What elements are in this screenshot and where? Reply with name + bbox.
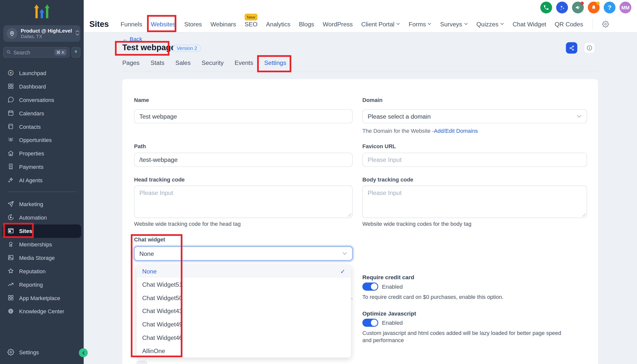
sidebar-item-marketing[interactable]: Marketing [0, 198, 84, 211]
notifications-button[interactable] [588, 2, 599, 14]
sidebar-item-memberships[interactable]: Memberships [0, 238, 84, 251]
require-credit-card-label: Require credit card [362, 274, 414, 280]
sidebar-item-settings[interactable]: Settings [0, 346, 84, 359]
sidebar-item-reputation[interactable]: Reputation [0, 264, 84, 278]
tab-pages[interactable]: Pages [122, 59, 139, 66]
nav-item-client-portal[interactable]: Client Portal [361, 20, 400, 27]
chat-widget-label: Chat widget [134, 237, 165, 243]
dropdown-option[interactable]: AllinOne [137, 344, 351, 358]
phone-button[interactable] [540, 2, 552, 14]
info-button[interactable] [584, 42, 595, 54]
dropdown-option-none[interactable]: None ✓ [137, 265, 351, 278]
name-input[interactable] [134, 109, 353, 123]
path-input[interactable] [134, 153, 353, 167]
nav-item-wordpress[interactable]: WordPress [323, 20, 353, 27]
app-root: Product @ HighLevel Dallas, TX Search ⌘ … [0, 0, 637, 364]
sidebar-item-automation[interactable]: Automation [0, 211, 84, 224]
favicon-url-label: Favicon URL [362, 143, 396, 149]
notification-dot [596, 2, 600, 5]
sidebar-item-ai-agents[interactable]: AI Agents [0, 174, 84, 187]
cut-off-toggle[interactable] [137, 361, 147, 364]
nav-item-forms[interactable]: Forms [409, 20, 432, 27]
sidebar-item-launchpad[interactable]: Launchpad [0, 67, 84, 80]
domain-select[interactable]: Please select a domain [362, 109, 587, 123]
nav-item-label: Surveys [440, 20, 462, 27]
sidebar-item-conversations[interactable]: Conversations [0, 94, 84, 107]
chat-widget-select[interactable]: None [134, 246, 353, 260]
optimize-javascript-toggle[interactable] [362, 319, 378, 327]
sidebar-item-properties[interactable]: Properties [0, 147, 84, 160]
nav-item-qr-codes[interactable]: QR Codes [555, 20, 583, 27]
share-button[interactable] [566, 42, 577, 54]
nav-item-chat-widget[interactable]: Chat Widget [513, 20, 546, 27]
nav-item-seo[interactable]: SEO New [245, 20, 257, 27]
nav-item-funnels[interactable]: Funnels [121, 20, 142, 27]
nav-settings-gear[interactable] [602, 20, 609, 27]
sidebar-item-payments[interactable]: $ Payments [0, 160, 84, 174]
head-tracking-label: Head tracking code [134, 176, 185, 182]
add-edit-domains-link[interactable]: Add/Edit Domains [434, 128, 478, 134]
favicon-url-input[interactable] [362, 153, 587, 167]
dropdown-option[interactable]: Chat Widget43 [137, 304, 351, 318]
require-credit-card-toggle-row: Enabled [362, 282, 403, 291]
account-switcher[interactable]: Product @ HighLevel Dallas, TX [3, 25, 80, 42]
sidebar-item-dashboard[interactable]: Dashboard [0, 80, 84, 94]
search-placeholder: Search [14, 49, 52, 55]
nav-item-surveys[interactable]: Surveys [440, 20, 468, 27]
browser-globe-icon [7, 227, 14, 235]
sidebar-item-reporting[interactable]: Reporting [0, 278, 84, 292]
sidebar-item-knowledge-center[interactable]: Knowledge Center [0, 305, 84, 318]
dropdown-option[interactable]: Chat Widget51 [137, 278, 351, 291]
back-link[interactable]: ← Back [122, 36, 142, 42]
account-name: Product @ HighLevel [21, 28, 72, 34]
nav-item-stores[interactable]: Stores [184, 20, 202, 27]
trending-up-icon [7, 281, 14, 289]
require-credit-card-toggle[interactable] [362, 282, 378, 291]
domain-helper-text: The Domain for the Website - [362, 128, 434, 134]
tab-settings[interactable]: Settings [264, 59, 286, 66]
chevron-down-icon [342, 251, 347, 256]
dropdown-option[interactable]: Chat Widget46 [137, 331, 351, 344]
tab-stats[interactable]: Stats [151, 59, 164, 66]
nav-item-blogs[interactable]: Blogs [299, 20, 314, 27]
sidebar-item-app-marketplace[interactable]: App Marketplace [0, 292, 84, 305]
settings-card: Name Domain Please select a domain The D… [122, 79, 598, 364]
megaphone-icon [575, 4, 581, 10]
info-icon [586, 45, 593, 51]
sidebar-item-label: Opportunities [19, 137, 52, 143]
body-tracking-label: Body tracking code [362, 176, 413, 182]
tab-events[interactable]: Events [235, 59, 253, 66]
sidebar-item-label: AI Agents [19, 177, 43, 183]
sidebar-collapse-button[interactable] [79, 348, 88, 357]
info-circle-icon [7, 308, 14, 316]
account-location: Dallas, TX [21, 34, 72, 39]
search-input[interactable]: Search ⌘ K [3, 47, 69, 58]
sidebar-item-sites[interactable]: Sites [3, 224, 81, 238]
announcements-button[interactable] [572, 2, 584, 14]
sidebar-item-opportunities[interactable]: Opportunities [0, 134, 84, 147]
dropdown-option[interactable]: Chat Widget49 [137, 318, 351, 331]
sidebar-item-media-storage[interactable]: Media Storage [0, 251, 84, 265]
dropdown-option[interactable]: Chat Widget50 [137, 291, 351, 304]
nav-item-quizzes[interactable]: Quizzes [476, 20, 504, 27]
avatar[interactable]: MM [619, 2, 631, 14]
tab-security[interactable]: Security [202, 59, 223, 66]
body-tracking-textarea[interactable] [362, 186, 587, 218]
quick-actions-button[interactable] [71, 47, 80, 58]
nav-item-webinars[interactable]: Webinars [210, 20, 236, 27]
search-shortcut-badge: ⌘ K [54, 49, 67, 56]
lightning-icon [74, 49, 79, 56]
version-badge: Version 2 [173, 45, 201, 52]
sparkles-icon [559, 4, 565, 11]
sidebar-item-contacts[interactable]: Contacts [0, 120, 84, 134]
sidebar-item-calendars[interactable]: Calendars [0, 107, 84, 120]
contacts-book-icon [7, 123, 14, 131]
chevron-down-icon [464, 22, 468, 26]
ai-assistant-button[interactable] [556, 2, 568, 14]
nav-item-analytics[interactable]: Analytics [266, 20, 290, 27]
help-button[interactable]: ? [604, 2, 615, 14]
nav-item-label: Forms [409, 20, 426, 27]
head-tracking-textarea[interactable] [134, 186, 353, 218]
tab-sales[interactable]: Sales [175, 59, 191, 66]
nav-item-websites[interactable]: Websites [151, 20, 176, 27]
